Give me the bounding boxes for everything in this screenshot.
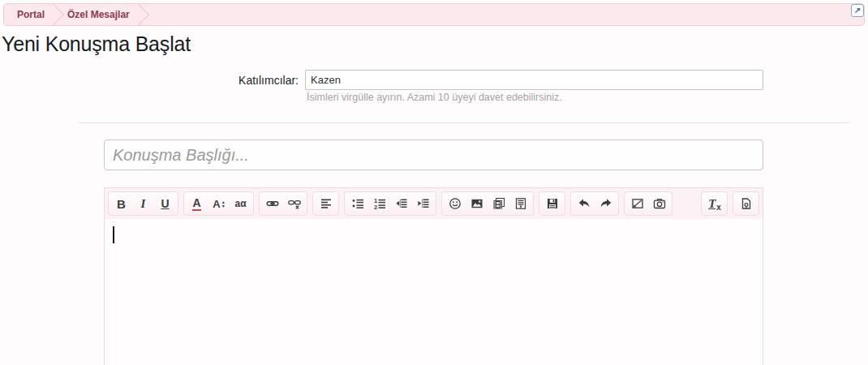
external-link-button[interactable]: ↗ bbox=[851, 4, 864, 17]
remove-format-button[interactable]: Tx bbox=[703, 193, 725, 214]
font-size-button[interactable]: A bbox=[208, 193, 230, 214]
quote-button[interactable] bbox=[509, 193, 531, 214]
svg-text:2: 2 bbox=[374, 204, 377, 210]
bold-icon: B bbox=[117, 198, 126, 210]
redo-button[interactable] bbox=[595, 193, 617, 214]
numbered-list-button[interactable]: 12 bbox=[368, 193, 390, 214]
bullet-list-icon bbox=[351, 197, 364, 210]
save-button[interactable] bbox=[541, 193, 563, 214]
underline-button[interactable]: U bbox=[154, 193, 176, 214]
outdent-icon bbox=[395, 197, 408, 210]
bold-button[interactable]: B bbox=[110, 193, 132, 214]
editor-mode-toggle-button[interactable] bbox=[735, 193, 757, 214]
image-restricted-button[interactable] bbox=[626, 193, 648, 214]
text-color-icon: A bbox=[192, 197, 200, 211]
indent-button[interactable] bbox=[412, 193, 434, 214]
unlink-button[interactable] bbox=[283, 193, 305, 214]
participants-input[interactable] bbox=[305, 70, 763, 90]
italic-icon: I bbox=[141, 198, 146, 210]
toolbar-group bbox=[570, 191, 619, 216]
media-button[interactable] bbox=[488, 193, 509, 214]
toolbar-group: AAaα bbox=[183, 191, 254, 216]
numbered-list-icon: 12 bbox=[373, 197, 386, 210]
participants-helper-text: İsimleri virgülle ayırın. Azami 10 üyeyi… bbox=[307, 92, 562, 103]
align-left-icon bbox=[320, 197, 333, 210]
align-left-button[interactable] bbox=[315, 193, 337, 214]
breadcrumb-item-ozel-mesajlar[interactable]: Özel Mesajlar bbox=[62, 9, 135, 20]
redo-icon bbox=[599, 197, 612, 210]
external-link-icon: ↗ bbox=[854, 6, 861, 15]
toolbar-group bbox=[539, 191, 565, 216]
toolbar-group: BIU bbox=[108, 191, 178, 216]
toolbar-group bbox=[624, 191, 672, 216]
unlink-icon bbox=[288, 197, 301, 210]
rich-text-editor: BIUAAaα12Tx bbox=[104, 187, 763, 365]
text-color-button[interactable]: A bbox=[186, 193, 208, 214]
toolbar-group bbox=[441, 191, 534, 216]
indent-icon bbox=[417, 197, 430, 210]
toolbar-group: Tx bbox=[701, 191, 728, 216]
emoticon-button[interactable] bbox=[444, 193, 466, 214]
camera-button[interactable] bbox=[648, 193, 670, 214]
chevron-right-icon bbox=[41, 3, 64, 26]
image-icon bbox=[471, 197, 483, 210]
text-caret bbox=[113, 226, 114, 243]
breadcrumb: Portal Özel Mesajlar bbox=[3, 3, 865, 26]
toolbar-group bbox=[312, 191, 339, 216]
font-button[interactable]: aα bbox=[230, 193, 251, 214]
font-icon: aα bbox=[234, 199, 246, 208]
bullet-list-button[interactable] bbox=[346, 193, 368, 214]
undo-icon bbox=[578, 197, 591, 210]
image-button[interactable] bbox=[466, 193, 488, 214]
chevron-right-icon bbox=[127, 3, 149, 26]
toolbar-group: 12 bbox=[344, 191, 436, 216]
toolbar-group bbox=[733, 191, 759, 216]
participants-label: Katılımcılar: bbox=[130, 74, 299, 87]
remove-format-icon: T bbox=[708, 198, 715, 210]
outdent-button[interactable] bbox=[390, 193, 412, 214]
page-title: Yeni Konuşma Başlat bbox=[2, 32, 191, 56]
font-size-icon: A bbox=[213, 199, 224, 209]
toolbar-group bbox=[259, 191, 307, 216]
private-messages-page: Portal Özel Mesajlar ↗ Yeni Konuşma Başl… bbox=[0, 0, 868, 365]
camera-icon bbox=[653, 197, 666, 210]
underline-icon: U bbox=[161, 198, 169, 209]
image-restricted-icon bbox=[631, 197, 644, 210]
undo-button[interactable] bbox=[573, 193, 595, 214]
link-button[interactable] bbox=[261, 193, 283, 214]
editor-content-area[interactable] bbox=[105, 219, 763, 365]
save-icon bbox=[546, 197, 559, 210]
conversation-title-input[interactable] bbox=[104, 140, 763, 170]
editor-toolbar: BIUAAaα12Tx bbox=[105, 188, 763, 219]
emoticon-icon bbox=[449, 197, 462, 210]
media-icon bbox=[492, 197, 505, 210]
quote-icon bbox=[514, 197, 527, 210]
italic-button[interactable]: I bbox=[132, 193, 154, 214]
remove-format-sub-label: x bbox=[716, 203, 721, 212]
section-divider bbox=[79, 122, 849, 123]
link-icon bbox=[266, 197, 279, 210]
editor-mode-toggle-icon bbox=[740, 197, 753, 210]
